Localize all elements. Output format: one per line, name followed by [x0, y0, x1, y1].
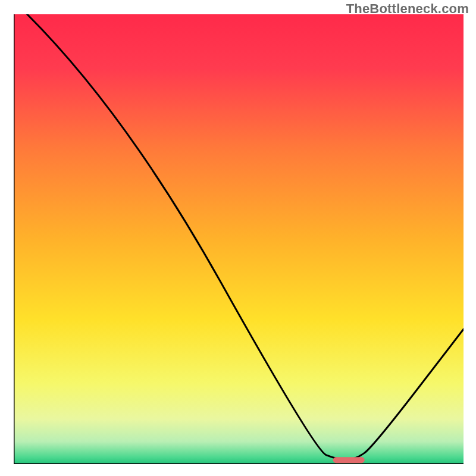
- bottleneck-chart: [14, 14, 464, 464]
- watermark-label: TheBottleneck.com: [346, 1, 469, 17]
- chart-container: TheBottleneck.com: [0, 0, 476, 476]
- optimal-marker: [333, 457, 365, 463]
- gradient-background: [14, 14, 464, 464]
